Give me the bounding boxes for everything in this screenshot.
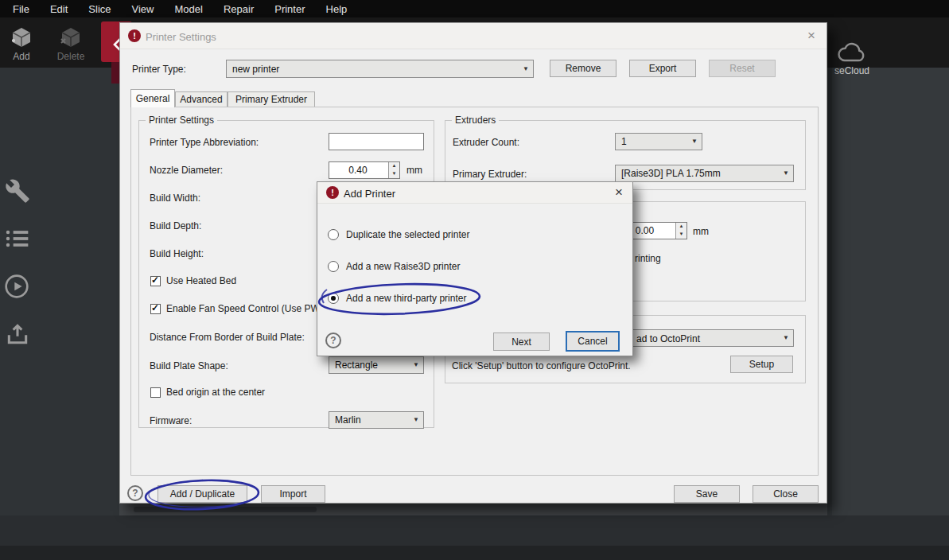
build-plate-shape-value: Rectangle bbox=[335, 360, 378, 371]
distance-border-label: Distance From Border of Build Plate: bbox=[150, 332, 305, 343]
menu-printer[interactable]: Printer bbox=[274, 3, 305, 15]
nozzle-unit-label: mm bbox=[406, 165, 422, 176]
option-new-third-party-printer[interactable]: Add a new third-party printer bbox=[328, 293, 466, 304]
build-height-label: Build Height: bbox=[150, 248, 204, 259]
export-button[interactable]: Export bbox=[629, 60, 696, 77]
tab-general[interactable]: General bbox=[130, 89, 175, 107]
close-icon[interactable]: × bbox=[807, 29, 815, 42]
primary-extruder-dropdown[interactable]: [Raise3D] PLA 1.75mm ▼ bbox=[615, 165, 794, 182]
menu-repair[interactable]: Repair bbox=[224, 3, 254, 15]
nozzle-diameter-value: 0.40 bbox=[329, 162, 387, 178]
option-new-raise3d-printer[interactable]: Add a new Raise3D printer bbox=[328, 261, 460, 272]
add-cube-icon bbox=[9, 25, 34, 49]
save-button[interactable]: Save bbox=[674, 485, 740, 503]
chevron-down-icon: ▼ bbox=[523, 65, 529, 72]
radio-icon[interactable] bbox=[328, 293, 339, 304]
tools-wrench-icon[interactable] bbox=[5, 178, 30, 204]
radio-icon[interactable] bbox=[328, 261, 339, 272]
dialog-title: Printer Settings bbox=[146, 31, 216, 43]
covered-unit-label: mm bbox=[693, 226, 709, 237]
right-view-panel bbox=[832, 68, 949, 515]
covered-partial-label: rinting bbox=[635, 253, 661, 264]
octoprint-hint: Click 'Setup' button to configure OctoPr… bbox=[452, 360, 631, 371]
delete-cube-icon bbox=[58, 25, 84, 49]
reset-button: Reset bbox=[709, 60, 776, 77]
fan-speed-control-checkbox[interactable]: ✓ Enable Fan Speed Control (Use PWM-C bbox=[150, 303, 337, 314]
add-duplicate-button[interactable]: Add / Duplicate bbox=[158, 485, 247, 503]
spin-down-icon[interactable]: ▼ bbox=[676, 231, 686, 239]
use-heated-bed-label: Use Heated Bed bbox=[166, 275, 236, 286]
checkbox-box[interactable]: ✓ bbox=[150, 304, 161, 314]
build-plate-shape-dropdown[interactable]: Rectangle ▼ bbox=[329, 356, 424, 374]
spin-up-icon[interactable]: ▲ bbox=[389, 162, 399, 170]
help-icon[interactable]: ? bbox=[325, 332, 341, 348]
group-title: Extruders bbox=[452, 115, 499, 126]
tab-primary-extruder[interactable]: Primary Extruder bbox=[228, 91, 315, 107]
menu-bar: File Edit Slice View Model Repair Printe… bbox=[0, 0, 949, 18]
chevron-down-icon: ▼ bbox=[691, 138, 698, 145]
menu-edit[interactable]: Edit bbox=[50, 3, 68, 15]
close-icon[interactable]: × bbox=[615, 186, 623, 199]
raisecloud-button[interactable]: seCloud bbox=[824, 41, 880, 76]
firmware-value: Marlin bbox=[335, 414, 361, 426]
option-label: Add a new Raise3D printer bbox=[346, 261, 460, 272]
extruder-count-label: Extruder Count: bbox=[453, 137, 519, 148]
app-window: File Edit Slice View Model Repair Printe… bbox=[0, 0, 949, 560]
menu-model[interactable]: Model bbox=[175, 3, 203, 15]
add-printer-dialog: ! Add Printer × Duplicate the selected p… bbox=[317, 181, 633, 356]
next-button[interactable]: Next bbox=[493, 332, 550, 351]
chevron-down-icon: ▼ bbox=[783, 334, 789, 341]
use-heated-bed-checkbox[interactable]: ✓ Use Heated Bed bbox=[150, 275, 236, 286]
upload-icon[interactable] bbox=[5, 321, 30, 347]
extruder-count-value: 1 bbox=[621, 136, 627, 147]
check-icon: ✓ bbox=[151, 274, 159, 286]
bed-origin-checkbox[interactable]: ✓ Bed origin at the center bbox=[150, 387, 265, 398]
import-button[interactable]: Import bbox=[261, 485, 325, 503]
menu-file[interactable]: File bbox=[13, 3, 29, 15]
nozzle-diameter-label: Nozzle Diameter: bbox=[150, 165, 223, 176]
tab-advanced[interactable]: Advanced bbox=[175, 91, 228, 107]
group-title: Printer Settings bbox=[146, 115, 217, 126]
bottom-panel-band bbox=[0, 515, 949, 546]
abbreviation-input[interactable] bbox=[329, 133, 424, 150]
checkbox-box[interactable]: ✓ bbox=[150, 276, 161, 286]
remove-button[interactable]: Remove bbox=[550, 60, 616, 77]
bed-origin-label: Bed origin at the center bbox=[166, 387, 265, 398]
primary-extruder-label: Primary Extruder: bbox=[453, 169, 527, 180]
add-printer-titlebar[interactable]: ! Add Printer × bbox=[317, 182, 632, 204]
setup-button[interactable]: Setup bbox=[730, 356, 793, 373]
fan-speed-control-label: Enable Fan Speed Control (Use PWM-C bbox=[166, 303, 337, 314]
add-model-button[interactable]: Add bbox=[0, 25, 43, 62]
option-label: Duplicate the selected printer bbox=[346, 229, 469, 240]
raisecloud-label: seCloud bbox=[834, 65, 869, 76]
printer-type-label: Printer Type: bbox=[132, 64, 186, 75]
menu-view[interactable]: View bbox=[132, 3, 154, 15]
nozzle-diameter-stepper[interactable]: 0.40 ▲▼ bbox=[329, 161, 400, 179]
firmware-label: Firmware: bbox=[150, 415, 192, 426]
chevron-down-icon: ▼ bbox=[783, 169, 789, 177]
cloud-icon bbox=[837, 41, 867, 64]
build-depth-label: Build Depth: bbox=[150, 220, 201, 231]
spin-down-icon[interactable]: ▼ bbox=[389, 170, 399, 178]
bottom-dark-band bbox=[0, 546, 949, 560]
firmware-dropdown[interactable]: Marlin ▼ bbox=[329, 411, 424, 429]
menu-help[interactable]: Help bbox=[326, 3, 348, 15]
octoprint-dropdown-partial-value: ad to OctoPrint bbox=[636, 333, 700, 344]
delete-model-button[interactable]: Delete bbox=[49, 25, 92, 62]
build-width-label: Build Width: bbox=[150, 192, 200, 204]
help-icon[interactable]: ? bbox=[127, 485, 143, 501]
radio-icon[interactable] bbox=[328, 229, 339, 240]
printer-type-dropdown[interactable]: new printer ▼ bbox=[226, 60, 534, 78]
menu-slice[interactable]: Slice bbox=[88, 3, 111, 15]
spin-up-icon[interactable]: ▲ bbox=[676, 223, 686, 231]
list-icon[interactable] bbox=[5, 228, 30, 250]
extruder-count-dropdown[interactable]: 1 ▼ bbox=[615, 133, 702, 150]
cancel-button[interactable]: Cancel bbox=[566, 331, 620, 352]
option-duplicate-printer[interactable]: Duplicate the selected printer bbox=[328, 229, 469, 240]
checkbox-box[interactable]: ✓ bbox=[150, 387, 161, 398]
close-button[interactable]: Close bbox=[753, 485, 819, 503]
chevron-down-icon: ▼ bbox=[413, 416, 419, 423]
add-model-label: Add bbox=[13, 51, 29, 62]
printer-settings-titlebar[interactable]: ! Printer Settings × bbox=[120, 23, 826, 49]
play-icon[interactable] bbox=[4, 274, 29, 299]
